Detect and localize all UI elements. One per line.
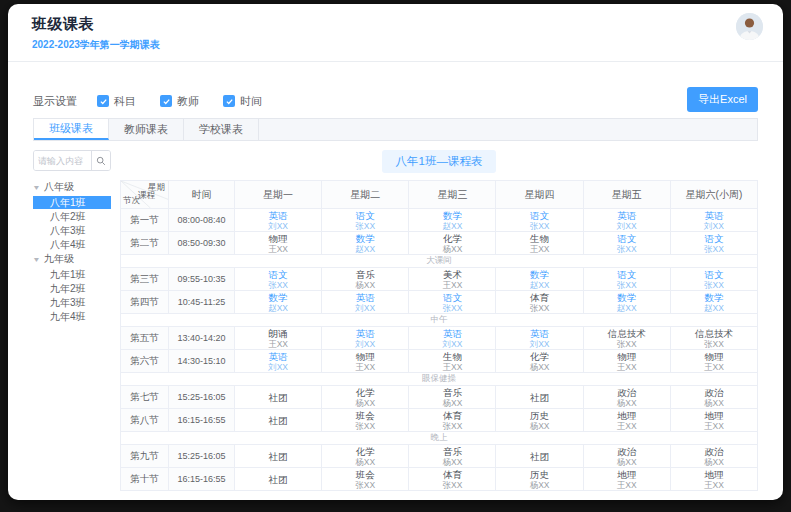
tree-item[interactable]: 八年4班: [33, 238, 111, 251]
lesson-cell: 数学赵XX: [322, 232, 409, 255]
lesson-cell: 社团: [235, 386, 322, 409]
lesson-teacher: 杨XX: [584, 457, 670, 467]
lesson-teacher: 张XX: [322, 480, 408, 490]
lesson-subject: 社团: [235, 415, 321, 426]
period-row: 第六节14:30-15:10英语刘XX物理王XX生物王XX化学杨XX物理王XX物…: [121, 350, 758, 373]
lesson-cell: 数学赵XX: [496, 268, 583, 291]
day-column-header: 星期四: [496, 181, 583, 209]
lesson-cell: 社团: [496, 445, 583, 468]
period-time: 09:55-10:35: [169, 268, 235, 291]
lesson-subject: 数学: [322, 233, 408, 244]
lesson-subject: 化学: [496, 351, 582, 362]
lesson-teacher: 刘XX: [235, 362, 321, 372]
lesson-cell: 地理王XX: [583, 468, 670, 491]
lesson-subject: 化学: [322, 387, 408, 398]
lesson-cell: 社团: [235, 468, 322, 491]
lesson-cell: 物理王XX: [235, 232, 322, 255]
lesson-teacher: 王XX: [584, 362, 670, 372]
tree-item[interactable]: 八年2班: [33, 210, 111, 223]
tree-item[interactable]: 九年2班: [33, 282, 111, 295]
tree-group-toggle[interactable]: ▼八年级: [33, 180, 111, 194]
period-row: 第二节08:50-09:30物理王XX数学赵XX化学杨XX生物王XX语文张XX语…: [121, 232, 758, 255]
period-row: 第四节10:45-11:25数学赵XX英语刘XX语文张XX体育张XX数学赵XX数…: [121, 291, 758, 314]
search-icon: [96, 156, 106, 166]
lesson-teacher: 杨XX: [671, 398, 757, 408]
class-tree: ▼八年级八年1班八年2班八年3班八年4班▼九年级九年1班九年2班九年3班九年4班: [33, 180, 111, 323]
lesson-teacher: 刘XX: [409, 339, 495, 349]
lesson-cell: 语文张XX: [496, 209, 583, 232]
lesson-cell: 英语刘XX: [670, 209, 757, 232]
lesson-teacher: 张XX: [584, 280, 670, 290]
tab[interactable]: 学校课表: [184, 119, 259, 140]
lesson-subject: 历史: [496, 410, 582, 421]
period-name: 第一节: [121, 209, 169, 232]
lesson-subject: 物理: [671, 351, 757, 362]
tab-body: ▼八年级八年1班八年2班八年3班八年4班▼九年级九年1班九年2班九年3班九年4班…: [33, 141, 758, 491]
lesson-teacher: 张XX: [671, 280, 757, 290]
lesson-teacher: 王XX: [671, 421, 757, 431]
lesson-teacher: 张XX: [322, 421, 408, 431]
lesson-teacher: 张XX: [584, 339, 670, 349]
tab-active[interactable]: 班级课表: [34, 119, 109, 140]
lesson-subject: 英语: [322, 292, 408, 303]
table-title-wrap: 八年1班—课程表: [120, 150, 758, 173]
lesson-subject: 美术: [409, 269, 495, 280]
lesson-cell: 社团: [496, 386, 583, 409]
lesson-subject: 化学: [322, 446, 408, 457]
period-name: 第五节: [121, 327, 169, 350]
search-button[interactable]: [91, 151, 110, 170]
user-avatar[interactable]: [736, 13, 763, 40]
day-column-header: 星期三: [409, 181, 496, 209]
tree-group-label: 八年级: [44, 180, 74, 194]
day-column-header: 星期五: [583, 181, 670, 209]
lesson-subject: 英语: [322, 328, 408, 339]
lesson-teacher: 杨XX: [409, 398, 495, 408]
lesson-subject: 社团: [235, 392, 321, 403]
lesson-subject: 语文: [322, 210, 408, 221]
break-row: 眼保健操: [121, 373, 758, 386]
lesson-cell: 数学赵XX: [583, 291, 670, 314]
lesson-teacher: 张XX: [496, 303, 582, 313]
lesson-subject: 物理: [584, 351, 670, 362]
tree-item-selected[interactable]: 八年1班: [33, 196, 111, 209]
lesson-cell: 语文张XX: [583, 232, 670, 255]
lesson-cell: 社团: [235, 445, 322, 468]
tree-group-toggle[interactable]: ▼九年级: [33, 252, 111, 266]
tree-item[interactable]: 八年3班: [33, 224, 111, 237]
lesson-subject: 生物: [496, 233, 582, 244]
search-input[interactable]: [34, 151, 91, 170]
lesson-cell: 英语刘XX: [322, 291, 409, 314]
lesson-subject: 社团: [235, 474, 321, 485]
display-checkbox[interactable]: 教师: [160, 94, 199, 109]
lesson-teacher: 张XX: [235, 280, 321, 290]
lesson-cell: 语文张XX: [235, 268, 322, 291]
lesson-cell: 化学杨XX: [496, 350, 583, 373]
lesson-cell: 政治杨XX: [583, 386, 670, 409]
lesson-teacher: 张XX: [409, 303, 495, 313]
export-excel-button[interactable]: 导出Excel: [687, 87, 758, 112]
display-settings-toolbar: 显示设置 科目教师时间 导出Excel: [33, 93, 758, 109]
display-checkbox[interactable]: 时间: [223, 94, 262, 109]
checkbox-checked-icon[interactable]: [97, 95, 109, 107]
period-name: 第六节: [121, 350, 169, 373]
lesson-subject: 音乐: [409, 387, 495, 398]
tab[interactable]: 教师课表: [109, 119, 184, 140]
tree-item[interactable]: 九年4班: [33, 310, 111, 323]
checkbox-checked-icon[interactable]: [160, 95, 172, 107]
period-time: 08:50-09:30: [169, 232, 235, 255]
tree-item[interactable]: 九年3班: [33, 296, 111, 309]
checkbox-checked-icon[interactable]: [223, 95, 235, 107]
lesson-cell: 班会张XX: [322, 468, 409, 491]
break-label: 中午: [121, 314, 758, 327]
lesson-cell: 地理王XX: [583, 409, 670, 432]
period-row: 第三节09:55-10:35语文张XX音乐杨XX美术王XX数学赵XX语文张XX语…: [121, 268, 758, 291]
lesson-teacher: 张XX: [409, 421, 495, 431]
lesson-teacher: 赵XX: [409, 221, 495, 231]
lesson-cell: 语文张XX: [670, 232, 757, 255]
lesson-subject: 数学: [671, 292, 757, 303]
lesson-cell: 语文张XX: [583, 268, 670, 291]
period-row: 第五节13:40-14:20朗诵王XX英语刘XX英语刘XX英语刘XX信息技术张X…: [121, 327, 758, 350]
tree-item[interactable]: 九年1班: [33, 268, 111, 281]
corner-header-cell: 星期 课程 节次: [121, 181, 169, 209]
display-checkbox[interactable]: 科目: [97, 94, 136, 109]
